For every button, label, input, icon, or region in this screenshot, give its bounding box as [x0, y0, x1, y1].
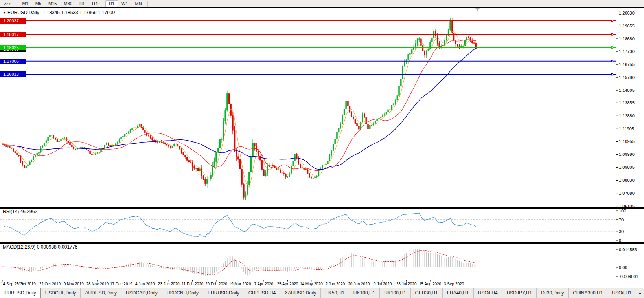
tab-eurusd-daily-0[interactable]: EURUSD,Daily: [0, 288, 41, 298]
timeframe-button-mn[interactable]: MN: [132, 0, 145, 7]
tab-eurusd-daily-5[interactable]: EURUSD,Daily: [203, 288, 244, 298]
timeframe-button-m15[interactable]: M15: [45, 0, 60, 7]
hline-price-label-1.19017: 1.19017: [0, 32, 26, 37]
hline-price-label-1.16013: 1.16013: [0, 71, 26, 77]
tab-scroll-left-icon[interactable]: ◂: [639, 291, 641, 295]
date-label: 28 Nov 2019: [86, 282, 109, 286]
current-price-label: 1.17909: [0, 46, 26, 52]
date-label: 20 Jun 2020: [348, 282, 370, 286]
date-label: 2 Jun 2020: [326, 282, 345, 286]
timeframe-buttons: M1M5M15M30H1H4D1W1MN: [19, 0, 150, 7]
top-toolbar: ▾ M1M5M15M30H1H4D1W1MN: [0, 0, 644, 7]
tab-hk50-h1-8[interactable]: HK50,H1: [321, 288, 349, 298]
timeframe-button-w1[interactable]: W1: [118, 0, 132, 7]
timeframe-button-m30[interactable]: M30: [60, 0, 75, 7]
chart-title: ▼EURUSD,Daily1.18345 1.18533 1.17869 1.1…: [3, 10, 115, 15]
tab-china300-h1-16[interactable]: CHINA300,H1: [569, 288, 607, 298]
hline-price-label-1.18025: 1.18025: [0, 45, 26, 50]
chart-canvas[interactable]: [0, 0, 644, 298]
timeframe-button-h4[interactable]: H4: [88, 0, 101, 7]
date-label: 4 Jan 2020: [135, 282, 155, 286]
timeframe-button-m5[interactable]: M5: [32, 0, 45, 7]
date-label: 29 Feb 2020: [205, 282, 227, 286]
timeframe-button-m1[interactable]: M1: [19, 0, 32, 7]
date-label: 17 Dec 2019: [110, 282, 132, 286]
date-label: 19 Mar 2020: [229, 282, 251, 286]
date-label: 11 Feb 2020: [182, 282, 203, 286]
tab-usoil-h4-13[interactable]: USOil,H4: [474, 288, 502, 298]
date-label: 3 Sep 2020: [444, 282, 464, 286]
date-label: 25 Apr 2020: [277, 282, 298, 286]
cursor-tool-button[interactable]: ▾: [2, 1, 12, 6]
tab-usdjpy-h1-14[interactable]: USDJPY,H1: [502, 288, 537, 298]
toolbar-grip[interactable]: [14, 1, 16, 6]
labels-layer: ▼EURUSD,Daily1.18345 1.18533 1.17869 1.1…: [0, 0, 644, 298]
date-label: 3 Oct 2019: [17, 282, 36, 286]
tab-gbpusd-h4-6[interactable]: GBPUSD,H4: [244, 288, 280, 298]
macd-label: MACD(12,26,9) 0.000988 0.001776: [3, 244, 77, 250]
tab-usdchf-daily-1[interactable]: USDCHF,Daily: [41, 288, 81, 298]
date-axis[interactable]: 14 Sep 20193 Oct 201922 Oct 20199 Nov 20…: [0, 280, 644, 288]
rsi-label: RSI(14) 46.2962: [3, 209, 37, 214]
toolbar-separator: [147, 1, 148, 7]
cursor-tool-icon: [3, 1, 9, 6]
tab-audusd-daily-2[interactable]: AUDUSD,Daily: [81, 288, 121, 298]
timeframe-button-d1[interactable]: D1: [105, 0, 118, 7]
chart-symbol: EURUSD,Daily: [7, 10, 39, 15]
dropdown-caret-icon[interactable]: ▾: [9, 2, 11, 6]
tab-usdcad-daily-3[interactable]: USDCAD,Daily: [121, 288, 162, 298]
date-label: 22 Oct 2019: [39, 282, 61, 286]
timeframe-button-h1[interactable]: H1: [76, 0, 88, 7]
date-label: 15 Aug 2020: [419, 282, 441, 286]
tab-ger30-h1-11[interactable]: GER30,H1: [411, 288, 443, 298]
tab-dj30-daily-15[interactable]: DJ30,Daily: [537, 288, 569, 298]
date-label: 23 Jan 2020: [158, 282, 180, 286]
tab-uk100-h1-10[interactable]: UK100,H1: [380, 288, 410, 298]
hline-price-label-1.20037: 1.20037: [0, 18, 26, 24]
date-label: 9 Jul 2020: [374, 282, 392, 286]
tab-uk100-h1-9[interactable]: UK100,H1: [349, 288, 380, 298]
date-label: 28 Jul 2020: [396, 282, 417, 286]
date-label: 9 Nov 2019: [64, 282, 84, 286]
chart-ohlc-values: 1.18345 1.18533 1.17869 1.17909: [43, 10, 115, 15]
tab-scroll-arrows: ◂▸: [636, 288, 644, 298]
date-label: 7 Apr 2020: [254, 282, 273, 286]
price-axis[interactable]: [616, 7, 644, 280]
tab-xauusd-daily-7[interactable]: XAUUSD,Daily: [280, 288, 321, 298]
hline-price-label-1.17005: 1.17005: [0, 59, 26, 64]
tab-usoil-h1-17[interactable]: USOil,H1: [607, 288, 636, 298]
toolbar-separator: [103, 1, 103, 7]
date-label: 14 May 2020: [300, 282, 323, 286]
collapse-arrow-icon[interactable]: ▼: [3, 11, 6, 15]
chart-tab-bar: EURUSD,DailyUSDCHF,DailyAUDUSD,DailyUSDC…: [0, 288, 644, 298]
tab-usdcnh-daily-4[interactable]: USDCNH,Daily: [162, 288, 203, 298]
tab-fra40-h1-12[interactable]: FRA40,H1: [443, 288, 474, 298]
mt4-window: { "toolbar": { "timeframes": ["M1","M5",…: [0, 0, 644, 298]
